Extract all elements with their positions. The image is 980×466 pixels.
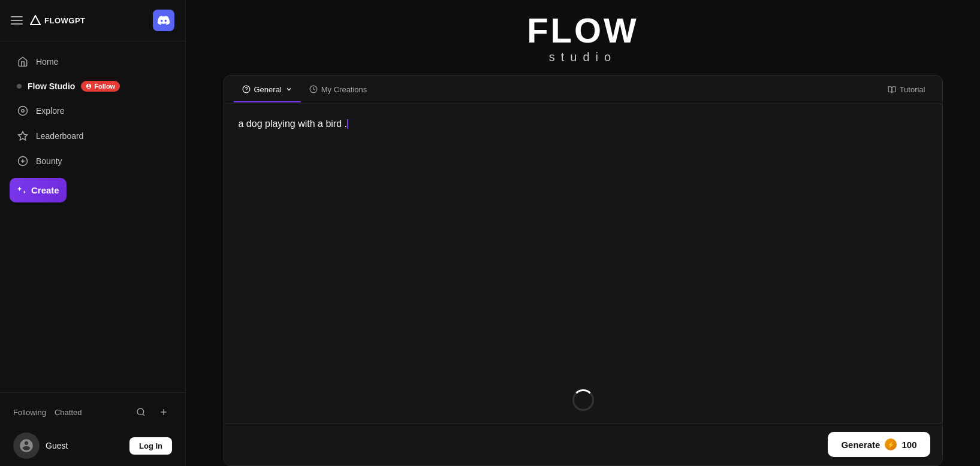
sidebar-item-leaderboard[interactable]: Leaderboard	[5, 124, 180, 148]
main-title: FLOW	[527, 13, 639, 48]
text-cursor	[347, 119, 348, 129]
generate-button[interactable]: Generate ⚡ 100	[828, 432, 930, 457]
tutorial-icon	[888, 86, 896, 94]
workspace-body[interactable]: a dog playing with a bird .	[224, 104, 942, 423]
main-content: FLOW studio General	[186, 0, 980, 466]
guest-avatar-icon	[19, 438, 34, 453]
user-name: Guest	[46, 441, 123, 450]
brand-logo: FLOWGPT	[30, 15, 86, 26]
brand-name: FLOWGPT	[44, 16, 86, 25]
create-button-label: Create	[31, 185, 59, 195]
flowgpt-logo-icon	[30, 15, 41, 26]
user-row: Guest Log In	[10, 426, 176, 461]
follow-badge-label: Follow	[94, 83, 115, 90]
tab-my-creations-label: My Creations	[321, 85, 367, 94]
my-creations-tab-icon	[309, 85, 318, 93]
search-icon	[136, 407, 146, 417]
flow-studio-dot	[17, 84, 22, 89]
main-subtitle: studio	[527, 50, 639, 64]
user-avatar	[13, 432, 40, 459]
svg-point-6	[137, 408, 144, 415]
leaderboard-icon	[17, 130, 29, 142]
generate-credits: 100	[901, 440, 916, 450]
tab-my-creations[interactable]: My Creations	[301, 78, 376, 102]
search-icon-button[interactable]	[132, 404, 149, 420]
sidebar-item-explore[interactable]: Explore	[5, 99, 180, 123]
main-header: FLOW studio	[527, 0, 639, 75]
general-dropdown-icon	[285, 86, 293, 93]
sidebar-header: FLOWGPT	[0, 0, 185, 41]
create-icon	[17, 186, 26, 195]
tab-general-label: General	[254, 85, 282, 94]
workspace-footer: Generate ⚡ 100	[224, 423, 942, 465]
sidebar-item-leaderboard-label: Leaderboard	[36, 131, 83, 141]
create-button[interactable]: Create	[10, 178, 67, 202]
follow-badge[interactable]: Follow	[81, 81, 120, 92]
svg-point-1	[19, 107, 28, 116]
sidebar: FLOWGPT Home Flow Studio	[0, 0, 186, 466]
svg-marker-0	[31, 16, 40, 25]
home-icon	[17, 56, 29, 68]
prompt-text: a dog playing with a bird .	[239, 116, 928, 132]
sidebar-item-home[interactable]: Home	[5, 50, 180, 74]
add-icon-button[interactable]	[155, 404, 172, 420]
chatted-label[interactable]: Chatted	[55, 408, 82, 417]
following-label[interactable]: Following	[13, 408, 46, 417]
tab-general[interactable]: General	[234, 78, 301, 102]
workspace: General My Creations Tutorial	[224, 75, 943, 466]
sidebar-item-explore-label: Explore	[36, 106, 64, 116]
sidebar-item-bounty[interactable]: Bounty	[5, 149, 180, 173]
tutorial-button[interactable]: Tutorial	[881, 80, 933, 99]
sidebar-item-home-label: Home	[36, 57, 58, 66]
generate-button-label: Generate	[841, 440, 880, 450]
sidebar-bottom: Following Chatted	[0, 392, 185, 466]
credit-icon: ⚡	[885, 438, 897, 450]
fc-icons	[132, 404, 172, 420]
loading-spinner	[572, 389, 594, 411]
sidebar-item-flow-studio[interactable]: Flow Studio Follow	[5, 75, 180, 98]
tutorial-label: Tutorial	[900, 85, 925, 94]
sidebar-item-flow-studio-label: Flow Studio	[28, 81, 75, 91]
bounty-icon	[17, 155, 29, 167]
hamburger-button[interactable]	[11, 16, 23, 25]
discord-button[interactable]	[153, 10, 174, 31]
explore-icon	[17, 105, 29, 117]
follow-badge-icon	[86, 83, 92, 89]
login-button[interactable]: Log In	[129, 437, 172, 455]
add-icon	[159, 407, 168, 417]
following-chatted-row: Following Chatted	[10, 401, 176, 423]
sidebar-item-bounty-label: Bounty	[36, 156, 62, 166]
svg-point-2	[22, 110, 25, 113]
discord-icon	[158, 14, 170, 26]
workspace-tabs: General My Creations Tutorial	[224, 75, 942, 104]
nav-items: Home Flow Studio Follow Explore	[0, 41, 185, 392]
svg-line-7	[143, 414, 144, 416]
general-tab-icon	[242, 85, 251, 93]
